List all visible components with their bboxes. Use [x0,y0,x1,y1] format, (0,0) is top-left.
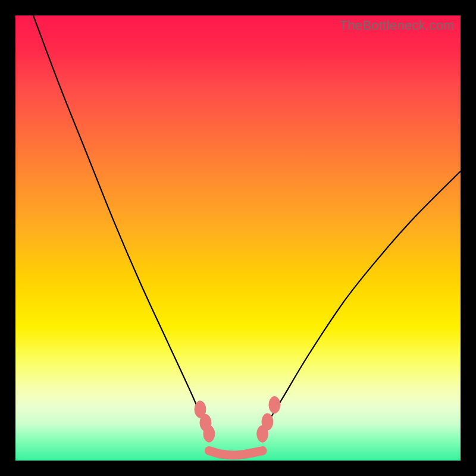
curve-marker [203,425,215,442]
chart-frame: TheBottleneck.com [0,0,476,476]
curve-marker [269,396,280,413]
left-curve [33,15,209,434]
chart-svg [15,15,461,461]
curve-marker [262,414,273,430]
right-curve [262,171,461,434]
plot-area: TheBottleneck.com [15,15,461,461]
marker-group [195,396,280,442]
trough-line [209,451,262,455]
